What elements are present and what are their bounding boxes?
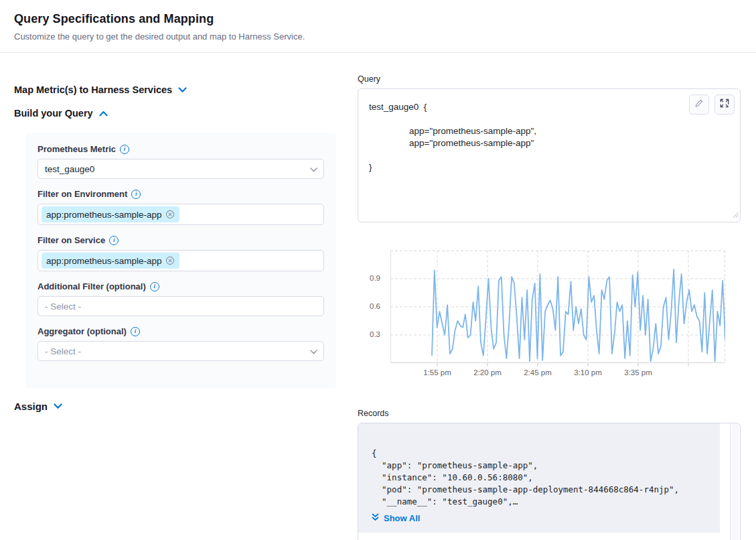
x-axis-tick-label: 1:55 pm <box>416 368 459 377</box>
query-builder-form: Prometheus Metric i test_gauge0 Filter o… <box>25 133 336 389</box>
field-filter-service: Filter on Service i app:prometheus-sampl… <box>37 235 324 271</box>
additional-filter-select[interactable]: - Select - <box>37 296 324 316</box>
filter-environment-chip[interactable]: app:prometheus-sample-app <box>42 206 179 222</box>
query-specifications-page: Query Specifications and Mapping Customi… <box>0 0 756 540</box>
chevron-down-icon <box>310 163 317 175</box>
filter-service-label-row: Filter on Service i <box>37 235 324 245</box>
assign-section-toggle[interactable]: Assign <box>14 401 62 412</box>
filter-environment-label: Filter on Environment <box>37 189 127 199</box>
aggregator-placeholder: - Select - <box>45 346 81 356</box>
y-axis-tick-label: 0.3 <box>358 330 383 338</box>
field-additional-filter: Additional Filter (optional) i - Select … <box>37 281 324 316</box>
expand-query-button[interactable] <box>714 94 735 115</box>
info-icon[interactable]: i <box>150 282 159 291</box>
query-editor[interactable]: test_gauge0 { app="prometheus-sample-app… <box>358 88 741 222</box>
query-text: test_gauge0 { app="prometheus-sample-app… <box>369 101 536 174</box>
pencil-icon <box>694 98 704 111</box>
prometheus-metric-label: Prometheus Metric <box>37 144 116 154</box>
info-icon[interactable]: i <box>120 145 129 154</box>
aggregator-label: Aggregator (optional) <box>37 326 127 336</box>
x-axis-tick-label: 3:35 pm <box>617 368 660 377</box>
query-toolbar <box>689 94 735 115</box>
map-metrics-heading: Map Metric(s) to Harness Services <box>14 84 172 95</box>
additional-filter-label-row: Additional Filter (optional) i <box>37 281 324 291</box>
info-icon[interactable]: i <box>131 327 140 336</box>
show-all-text: Show All <box>384 513 420 523</box>
prometheus-metric-label-row: Prometheus Metric i <box>37 144 324 154</box>
assign-heading: Assign <box>14 401 48 412</box>
records-json-text: { "app": "prometheus-sample-app", "insta… <box>372 448 714 508</box>
page-subtitle: Customize the query to get the desired o… <box>14 31 305 42</box>
field-aggregator: Aggregator (optional) i - Select - <box>37 326 324 361</box>
field-filter-environment: Filter on Environment i app:prometheus-s… <box>37 189 324 225</box>
chevron-up-icon <box>99 111 108 117</box>
records-label: Records <box>358 409 389 418</box>
chevron-down-icon <box>310 345 317 357</box>
page-title: Query Specifications and Mapping <box>14 12 214 26</box>
filter-service-chip-label: app:prometheus-sample-app <box>46 256 162 266</box>
records-panel: { "app": "prometheus-sample-app", "insta… <box>358 423 741 540</box>
info-icon[interactable]: i <box>109 236 119 245</box>
filter-service-label: Filter on Service <box>37 235 105 245</box>
header-divider <box>0 52 756 53</box>
resize-handle[interactable] <box>732 208 739 220</box>
filter-environment-input[interactable]: app:prometheus-sample-app <box>37 204 324 225</box>
chevron-down-icon <box>178 87 187 93</box>
prometheus-metric-value: test_gauge0 <box>45 164 94 174</box>
edit-query-button[interactable] <box>689 94 709 115</box>
info-icon[interactable]: i <box>131 190 141 199</box>
additional-filter-label: Additional Filter (optional) <box>37 281 146 291</box>
aggregator-select[interactable]: - Select - <box>37 341 324 361</box>
timeseries-line-chart <box>390 251 725 370</box>
chart-plot-area <box>390 251 725 370</box>
build-query-section-toggle[interactable]: Build your Query <box>14 108 108 119</box>
prometheus-metric-select[interactable]: test_gauge0 <box>37 159 324 179</box>
x-axis-tick-label: 2:20 pm <box>466 368 509 377</box>
y-axis-tick-label: 0.6 <box>358 302 383 310</box>
field-prometheus-metric: Prometheus Metric i test_gauge0 <box>37 144 324 179</box>
x-axis-tick-label: 3:10 pm <box>566 368 609 377</box>
chevron-down-icon <box>54 403 62 409</box>
map-metrics-section-toggle[interactable]: Map Metric(s) to Harness Services <box>14 84 187 95</box>
filter-service-chip[interactable]: app:prometheus-sample-app <box>42 253 179 269</box>
records-scrollbar[interactable] <box>730 423 739 540</box>
build-query-heading: Build your Query <box>14 108 93 119</box>
filter-service-input[interactable]: app:prometheus-sample-app <box>37 250 324 271</box>
double-chevron-down-icon <box>372 513 379 523</box>
y-axis-tick-label: 0.9 <box>358 274 383 282</box>
x-axis-tick-label: 2:45 pm <box>516 368 559 377</box>
fullscreen-icon <box>720 98 729 111</box>
remove-chip-icon[interactable] <box>165 210 175 219</box>
remove-chip-icon[interactable] <box>165 256 175 265</box>
metric-preview-chart: 0.90.60.3 1:55 pm2:20 pm2:45 pm3:10 pm3:… <box>358 248 741 385</box>
aggregator-label-row: Aggregator (optional) i <box>37 326 324 336</box>
show-all-link[interactable]: Show All <box>372 513 714 523</box>
records-json-card: { "app": "prometheus-sample-app", "insta… <box>358 423 720 533</box>
additional-filter-placeholder: - Select - <box>45 301 81 312</box>
filter-environment-label-row: Filter on Environment i <box>37 189 324 199</box>
query-label: Query <box>358 74 380 84</box>
filter-environment-chip-label: app:prometheus-sample-app <box>46 210 162 220</box>
